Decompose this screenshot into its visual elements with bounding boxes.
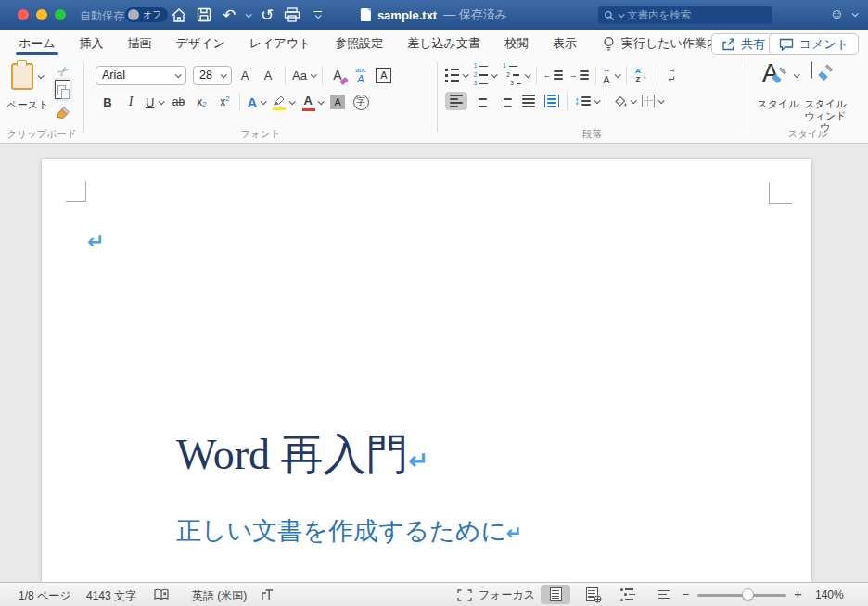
tab-insert[interactable]: 挿入 [80, 30, 104, 57]
increase-indent-button[interactable]: → [569, 65, 589, 85]
save-icon[interactable] [196, 3, 212, 27]
document-subtitle-text[interactable]: 正しい文書を作成するために↵ [176, 519, 522, 544]
home-icon[interactable] [171, 3, 187, 27]
tab-draw[interactable]: 描画 [128, 30, 152, 57]
shading-chevron[interactable] [631, 97, 637, 104]
page-count-indicator[interactable]: 1/8 ページ [19, 588, 71, 604]
strikethrough-button[interactable]: ab [170, 92, 186, 112]
justify-button[interactable] [520, 91, 537, 111]
zoom-out-button[interactable]: − [682, 587, 689, 601]
paste-button[interactable] [11, 63, 43, 90]
undo-dropdown-chevron[interactable] [246, 11, 252, 18]
comments-button[interactable]: コメント [769, 33, 859, 55]
character-spacing-button[interactable]: ↔A [603, 65, 619, 85]
sort-button[interactable]: AZ ↓ [633, 65, 650, 85]
numbering-button[interactable]: 123 [474, 65, 497, 85]
close-window-button[interactable] [18, 9, 29, 20]
show-formatting-marks-button[interactable]: →↵ [664, 65, 681, 85]
share-button[interactable]: 共有 [711, 33, 775, 55]
text-effects-chevron[interactable] [261, 98, 267, 105]
feedback-chevron[interactable] [852, 10, 859, 17]
print-icon[interactable] [284, 3, 300, 27]
document-title-text[interactable]: Word 再入門↵ [176, 434, 428, 476]
highlight-button[interactable] [272, 92, 294, 112]
language-indicator[interactable]: 英語 (米国) [192, 588, 247, 604]
borders-button[interactable] [642, 91, 663, 111]
change-case-button[interactable]: Aa [292, 65, 315, 85]
zoom-slider-thumb[interactable] [742, 588, 754, 600]
feedback-smiley-icon[interactable]: ☺ [830, 6, 844, 20]
proofing-status-icon[interactable] [153, 588, 170, 601]
line-spacing-button[interactable]: ↕ [574, 91, 599, 111]
styles-chevron[interactable] [794, 71, 800, 78]
outline-view-button[interactable] [613, 585, 643, 604]
draft-view-button[interactable] [649, 585, 679, 604]
underline-dropdown-chevron[interactable] [159, 98, 165, 105]
tab-references[interactable]: 参照設定 [335, 30, 383, 57]
borders-chevron[interactable] [658, 97, 665, 104]
search-input[interactable]: 文書内を検索 [598, 6, 772, 24]
bullets-chevron[interactable] [462, 71, 468, 78]
styles-button[interactable]: A [762, 61, 798, 91]
word-count-indicator[interactable]: 4143 文字 [86, 588, 136, 604]
font-color-chevron[interactable] [318, 98, 325, 105]
tab-review[interactable]: 校閲 [504, 30, 529, 57]
text-insert-mode-icon[interactable] [261, 588, 274, 601]
focus-mode-button[interactable]: フォーカス [457, 587, 535, 603]
zoom-in-button[interactable]: + [794, 586, 802, 601]
text-effects-button[interactable]: A [247, 92, 265, 112]
distribute-button[interactable] [543, 91, 560, 111]
autosave-toggle[interactable]: オフ [125, 7, 168, 22]
enclose-circle-button[interactable]: 字 [352, 92, 369, 112]
align-left-button[interactable] [445, 92, 467, 110]
decrease-indent-button[interactable]: ← [543, 65, 563, 85]
document-page[interactable]: ↵ Word 再入門↵ 正しい文書を作成するために↵ [42, 159, 811, 582]
font-size-select[interactable]: 28 [193, 66, 232, 85]
highlight-dropdown-chevron[interactable] [289, 98, 296, 105]
toolbar-overflow-icon[interactable] [309, 3, 326, 27]
format-painter-button[interactable] [56, 106, 70, 120]
styles-window-button[interactable] [811, 62, 812, 79]
cut-button[interactable]: ✂ [57, 63, 70, 80]
shading-button[interactable] [613, 91, 635, 111]
print-layout-view-button[interactable] [541, 585, 570, 604]
tab-layout[interactable]: レイアウト [249, 30, 312, 57]
numbering-chevron[interactable] [491, 71, 498, 78]
multilevel-chevron[interactable] [524, 71, 530, 78]
tab-home[interactable]: ホーム [19, 30, 56, 57]
paste-dropdown-chevron[interactable] [38, 72, 45, 79]
bullets-button[interactable] [445, 65, 467, 85]
minimize-window-button[interactable] [36, 9, 47, 20]
character-shading-button[interactable]: A [329, 92, 346, 112]
phonetic-guide-button[interactable]: abcA [352, 65, 369, 85]
undo-icon[interactable]: ↶ [221, 3, 237, 27]
superscript-button[interactable]: x2 [216, 92, 233, 112]
align-center-button[interactable] [474, 91, 491, 111]
grow-font-button[interactable]: Aˆ [238, 65, 255, 85]
bold-button[interactable]: B [99, 92, 116, 112]
multilevel-list-button[interactable]: 123 [503, 65, 530, 85]
clear-formatting-button[interactable]: A [329, 65, 346, 85]
tab-design[interactable]: デザイン [176, 30, 225, 57]
font-name-select[interactable]: Arial [96, 66, 186, 85]
web-layout-view-button[interactable] [577, 585, 606, 604]
paragraph-return-mark: ↵ [409, 447, 429, 474]
character-spacing-chevron[interactable] [614, 71, 620, 78]
tab-mailings[interactable]: 差し込み文書 [407, 30, 480, 57]
window-title: sample.txt — 保存済み [361, 0, 507, 30]
tab-view[interactable]: 表示 [553, 30, 577, 57]
shrink-font-button[interactable]: Aˇ [262, 65, 278, 85]
search-scope-chevron[interactable] [619, 11, 625, 18]
separator [285, 66, 286, 84]
zoom-window-button[interactable] [55, 9, 66, 20]
align-right-button[interactable] [497, 91, 514, 111]
line-spacing-chevron[interactable] [594, 97, 601, 104]
redo-icon[interactable]: ↺ [259, 3, 275, 27]
zoom-percentage[interactable]: 140% [815, 588, 844, 601]
subscript-button[interactable]: x2 [193, 92, 210, 112]
clipboard-group-label: クリップボード [0, 128, 83, 141]
italic-button[interactable]: I [122, 92, 139, 112]
font-color-button[interactable]: A [300, 92, 323, 112]
underline-button[interactable]: U [146, 92, 163, 112]
enclose-characters-button[interactable]: A [376, 65, 392, 85]
